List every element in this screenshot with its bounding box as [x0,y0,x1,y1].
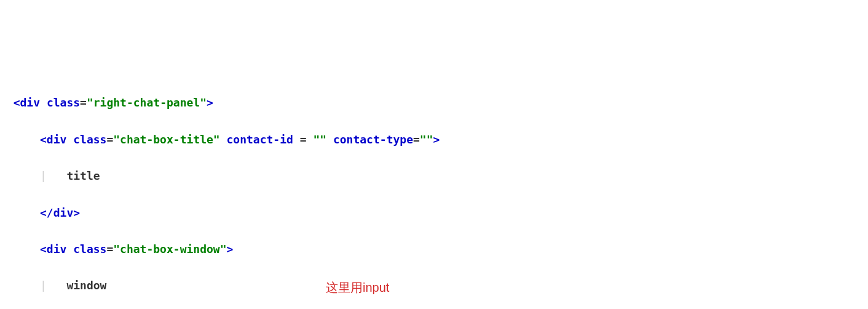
code-line[interactable]: </div> [0,204,868,222]
code-line[interactable]: <div class="right-chat-panel"> [0,94,868,112]
code-line[interactable]: | window这里用input [0,276,868,295]
code-editor[interactable]: <div class="right-chat-panel"> <div clas… [0,73,868,309]
code-line[interactable]: <div class="chat-box-window"> [0,240,868,259]
annotation-label-1: 这里用input [326,278,389,298]
tag-open: <div [14,96,40,109]
code-line[interactable]: <div class="chat-box-title" contact-id =… [0,130,868,149]
code-line[interactable]: | title [0,167,868,185]
